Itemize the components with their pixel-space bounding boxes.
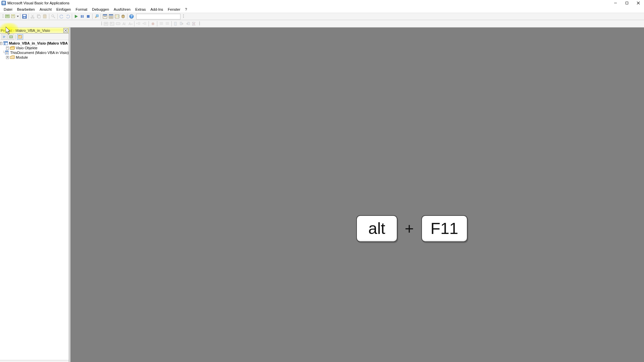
view-host-icon[interactable] <box>5 14 10 19</box>
svg-rect-39 <box>103 14 107 15</box>
find-icon[interactable] <box>51 14 56 19</box>
shortcut-overlay: alt + F11 <box>356 215 468 242</box>
uncomment-block-icon <box>165 21 170 26</box>
tree-modules-label: Module <box>16 55 28 59</box>
project-pane-header[interactable]: Projekt - Makro_VBA_in_Visio <box>0 27 69 34</box>
view-object-icon[interactable] <box>8 34 14 40</box>
tree-root-label: Makro_VBA_in_Visio (Makro VBA in Visio) <box>9 41 69 45</box>
object-browser-icon[interactable] <box>114 14 120 19</box>
cut-icon[interactable] <box>30 14 36 19</box>
svg-rect-15 <box>12 15 14 16</box>
menu-tools[interactable]: Extras <box>133 7 148 12</box>
minimize-button[interactable] <box>610 0 621 6</box>
design-mode-icon[interactable] <box>94 14 99 19</box>
break-icon[interactable] <box>79 14 85 19</box>
svg-rect-25 <box>38 15 40 18</box>
menu-edit[interactable]: Bearbeiten <box>15 7 37 12</box>
menu-file[interactable]: Datei <box>1 7 15 12</box>
copy-icon[interactable] <box>36 14 42 19</box>
svg-rect-112 <box>5 51 8 52</box>
menu-run[interactable]: Ausführen <box>111 7 133 12</box>
toolbar-grip[interactable] <box>2 13 4 19</box>
menu-addins[interactable]: Add-Ins <box>148 7 165 12</box>
menu-view[interactable]: Ansicht <box>37 7 54 12</box>
project-pane-status <box>0 360 69 362</box>
svg-marker-116 <box>10 56 14 59</box>
paste-icon[interactable] <box>42 14 48 19</box>
collapse-icon[interactable]: − <box>0 42 2 45</box>
project-pane-close-button[interactable] <box>63 28 68 33</box>
tree-visio-objects-folder[interactable]: − Visio Objekte <box>0 46 69 50</box>
comment-block-icon <box>159 21 164 26</box>
svg-rect-107 <box>4 43 5 44</box>
insert-object-dropdown[interactable] <box>17 14 19 19</box>
undo-icon[interactable] <box>59 14 64 19</box>
svg-rect-34 <box>83 15 84 18</box>
svg-rect-102 <box>10 36 12 38</box>
reset-icon[interactable] <box>86 14 91 19</box>
svg-rect-87 <box>188 22 190 25</box>
quick-info-icon <box>115 21 121 26</box>
edit-toolbar-grip[interactable] <box>101 21 103 27</box>
window-controls <box>610 0 644 6</box>
titlebar: Microsoft Visual Basic for Applications <box>0 0 644 6</box>
close-button[interactable] <box>633 0 644 6</box>
tree-thisdocument[interactable]: └ ThisDocument (Makro VBA in Visio) <box>0 50 69 55</box>
project-explorer-pane: Projekt - Makro_VBA_in_Visio − Makro_VBA… <box>0 27 69 362</box>
svg-rect-27 <box>44 14 46 15</box>
indent-icon <box>136 21 141 26</box>
menu-window[interactable]: Fenster <box>165 7 182 12</box>
keycap-alt: alt <box>356 215 397 242</box>
menu-insert[interactable]: Einfügen <box>54 7 73 12</box>
project-pane-title: Projekt - Makro_VBA_in_Visio <box>1 28 63 33</box>
svg-marker-72 <box>137 23 138 24</box>
run-icon[interactable] <box>73 14 79 19</box>
parameter-info-icon: A <box>121 21 127 26</box>
svg-point-92 <box>199 22 200 22</box>
save-icon[interactable] <box>22 14 27 19</box>
redo-icon[interactable] <box>65 14 70 19</box>
document-icon <box>5 51 9 55</box>
svg-point-59 <box>101 24 102 25</box>
toolbar-end-grip[interactable] <box>182 13 184 19</box>
tree-root-project[interactable]: − Makro_VBA_in_Visio (Makro VBA in Visio… <box>0 41 69 46</box>
svg-point-57 <box>101 22 102 22</box>
svg-rect-50 <box>117 15 119 17</box>
svg-line-29 <box>54 17 55 18</box>
svg-marker-86 <box>182 23 183 25</box>
menu-format[interactable]: Format <box>73 7 90 12</box>
mdi-client-area: alt + F11 <box>70 27 644 362</box>
maximize-button[interactable] <box>621 0 633 6</box>
toggle-folders-icon[interactable] <box>17 34 23 40</box>
svg-rect-37 <box>96 15 98 17</box>
properties-window-icon[interactable] <box>108 14 114 19</box>
list-properties-icon <box>103 21 109 26</box>
tree-visio-objects-label: Visio Objekte <box>16 46 38 50</box>
view-code-icon[interactable] <box>1 34 7 40</box>
svg-marker-32 <box>75 15 78 18</box>
project-tree[interactable]: − Makro_VBA_in_Visio (Makro VBA in Visio… <box>0 40 69 360</box>
svg-point-8 <box>3 16 3 16</box>
tree-modules-folder[interactable]: + Module <box>0 55 69 60</box>
svg-point-55 <box>183 16 184 16</box>
svg-rect-104 <box>18 35 20 36</box>
project-explorer-icon[interactable] <box>102 14 108 19</box>
svg-rect-33 <box>81 15 82 18</box>
menu-help[interactable]: ? <box>183 7 190 12</box>
collapse-icon[interactable]: − <box>6 47 9 50</box>
folder-closed-icon <box>10 55 15 59</box>
next-bookmark-icon <box>179 21 184 26</box>
keycap-f11: F11 <box>421 215 468 242</box>
insert-object-icon[interactable] <box>11 14 16 19</box>
svg-point-56 <box>183 17 184 18</box>
svg-rect-106 <box>3 42 8 43</box>
svg-rect-48 <box>116 15 117 16</box>
menubar: Datei Bearbeiten Ansicht Einfügen Format… <box>0 6 644 13</box>
svg-rect-43 <box>109 14 113 15</box>
menu-debug[interactable]: Debuggen <box>90 7 111 12</box>
help-icon[interactable]: ? <box>129 14 134 19</box>
svg-rect-2 <box>2 3 5 4</box>
toolbox-icon[interactable] <box>120 14 126 19</box>
edit-toolbar-end-grip[interactable] <box>199 21 201 27</box>
expand-icon[interactable]: + <box>6 56 9 59</box>
